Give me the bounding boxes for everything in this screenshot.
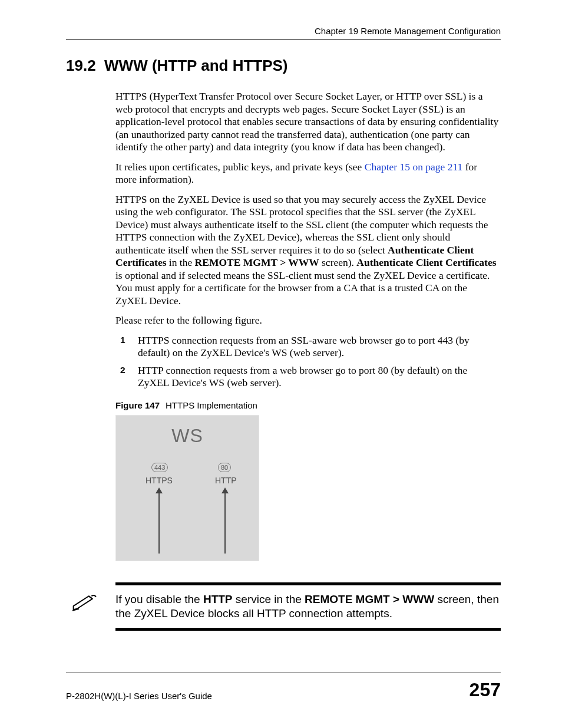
p3-g: is optional and if selected means the SS… [115,269,490,307]
paragraph-4: Please refer to the following figure. [115,314,501,327]
paragraph-1: HTTPS (HyperText Transfer Protocol over … [115,90,501,154]
figure-number: Figure 147 [115,400,160,410]
figure-ws-label: WS [116,425,259,447]
port-80-label: 80 [218,463,231,472]
list-number: 1 [120,334,125,345]
list-number: 2 [120,364,125,375]
p3-e: screen). [319,256,357,268]
header-rule [66,39,501,40]
http-label: HTTP [215,476,237,485]
port-80-text: 80 [218,463,231,472]
p3-bold-3: Authenticate Client Certificates [356,256,496,268]
note-bottom-rule [115,628,501,631]
paragraph-3: HTTPS on the ZyXEL Device is used so tha… [115,193,501,308]
paragraph-2: It relies upon certificates, public keys… [115,161,501,186]
list-item: 1HTTPS connection requests from an SSL-a… [127,334,501,360]
figure-title: HTTPS Implementation [166,400,257,410]
numbered-list: 1HTTPS connection requests from an SSL-a… [127,334,501,390]
note-text: If you disable the HTTP service in the R… [115,592,501,621]
list-item: 2HTTP connection requests from a web bro… [127,364,501,390]
port-443-label: 443 [151,463,168,472]
footer-row: P-2802H(W)(L)-I Series User's Guide 257 [66,679,501,701]
figure-147: WS 443 80 HTTPS HTTP [115,415,259,561]
p3-bold-2: REMOTE MGMT > WWW [195,256,319,268]
port-443-text: 443 [151,463,168,472]
list-item-text: HTTPS connection requests from an SSL-aw… [138,334,470,359]
guide-name: P-2802H(W)(L)-I Series User's Guide [66,691,212,701]
figure-caption: Figure 147HTTPS Implementation [115,400,501,410]
arrow-icon [224,489,226,554]
arrow-icon [158,489,160,554]
list-item-text: HTTP connection requests from a web brow… [138,364,467,389]
footer: P-2802H(W)(L)-I Series User's Guide 257 [66,673,501,701]
note-row: If you disable the HTTP service in the R… [66,585,501,628]
https-label: HTTPS [146,476,173,485]
note-bold-1: HTTP [203,593,233,605]
writing-hand-icon [71,592,98,612]
section-number: 19.2 [66,57,96,74]
note-t2: service in the [233,593,305,605]
note-block: If you disable the HTTP service in the R… [66,582,501,631]
footer-rule [66,673,501,673]
p3-c: in the [166,256,194,268]
page: Chapter 19 Remote Management Configurati… [0,0,562,728]
section-heading: 19.2 WWW (HTTP and HTTPS) [66,57,501,75]
page-number: 257 [470,679,501,701]
cross-ref-link[interactable]: Chapter 15 on page 211 [365,161,463,173]
note-bold-2: REMOTE MGMT > WWW [305,593,434,605]
note-icon-cell [66,592,115,612]
body: HTTPS (HyperText Transfer Protocol over … [115,90,501,561]
section-title-text: WWW (HTTP and HTTPS) [104,57,287,74]
p2-before: It relies upon certificates, public keys… [115,161,365,173]
note-t1: If you disable the [115,593,203,605]
running-head: Chapter 19 Remote Management Configurati… [66,26,501,36]
